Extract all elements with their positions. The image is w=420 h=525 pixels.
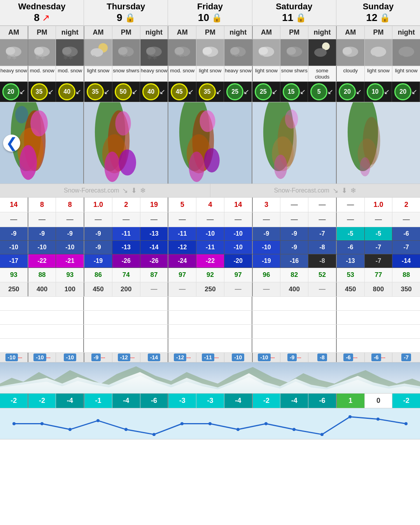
svg-point-59 xyxy=(189,152,204,182)
svg-point-81 xyxy=(180,422,184,425)
hum-8: 97 xyxy=(224,268,253,282)
temp2-1: -10 xyxy=(28,241,56,254)
download-wm-icon: ⬇ xyxy=(131,186,137,195)
svg-point-80 xyxy=(152,433,156,436)
wind-ball-5: 40 xyxy=(142,83,159,100)
snow2-12: — xyxy=(337,212,365,227)
vis-1: 400 xyxy=(28,282,56,296)
temp2-4: -13 xyxy=(112,241,140,254)
snow2-5: — xyxy=(140,212,169,227)
vis-2: 100 xyxy=(56,282,84,296)
day-saturday: Saturday 11 🔒 xyxy=(252,0,336,25)
freeze-5: -14 xyxy=(140,353,169,362)
day-thursday: Thursday 9 🔒 xyxy=(84,0,168,25)
snowflake-wm2-icon: ❄ xyxy=(350,186,356,195)
wind-ball-12: 20 xyxy=(339,83,356,100)
svg-point-60 xyxy=(200,110,215,132)
map-wed: ❮ xyxy=(0,102,84,184)
wx-icon-10: ❄ xyxy=(280,39,308,66)
temp3-3: -19 xyxy=(84,254,112,268)
snow1-10: — xyxy=(280,198,308,212)
svg-point-7 xyxy=(62,47,72,55)
wind-ball-7: 35 xyxy=(199,83,216,100)
wind-0: 20 ↙ xyxy=(0,82,28,102)
cond-5: heavy snow xyxy=(140,66,169,81)
svg-point-16 xyxy=(146,47,156,55)
wind-1: 35 ↙ xyxy=(28,82,56,102)
back-button[interactable]: ❮ xyxy=(3,135,20,152)
snow1-1: 8 xyxy=(28,198,56,212)
temp3-9: -19 xyxy=(253,254,281,268)
weather-icons-row: ❄❄ ❄❄ ❄❄ ❄ ❄❄ ❄❄ ❄❄ ❄ ❄❄ ❄ ❄ xyxy=(0,39,420,66)
hum-10: 82 xyxy=(280,268,308,282)
wind-11: 5 ↙ xyxy=(308,82,336,102)
bottom-temp-row: -2 -2 -4 -1 -4 -6 -3 -3 -4 -2 -4 -6 1 0 … xyxy=(0,394,420,408)
cond-14: light snow xyxy=(392,66,420,81)
wx-icon-6: ❄❄ xyxy=(168,39,196,66)
svg-point-4 xyxy=(34,47,44,55)
temp1-5: -13 xyxy=(140,227,169,240)
time-fri-pm: PM xyxy=(196,26,224,39)
day-wednesday: Wednesday 8 ↗ xyxy=(0,0,84,25)
temp2-14: -7 xyxy=(392,241,420,254)
cond-6: mod. snow xyxy=(168,66,196,81)
wind-ball-9: 25 xyxy=(255,83,272,100)
vis-10: 400 xyxy=(280,282,308,296)
hum-4: 74 xyxy=(112,268,140,282)
wx-icon-11 xyxy=(308,39,337,66)
snow1-8: 14 xyxy=(224,198,253,212)
wind-val-7: 35 xyxy=(204,88,211,95)
temp1-12: -5 xyxy=(337,227,365,240)
snowflake-wm-icon: ❄ xyxy=(140,186,146,195)
empty-row-4 xyxy=(0,339,420,353)
snow2-1: — xyxy=(28,212,56,227)
temp2-11: -8 xyxy=(308,241,337,254)
empty-row-3 xyxy=(0,325,420,339)
svg-text:❄❄: ❄❄ xyxy=(63,54,73,61)
wx-icon-4: ❄❄ xyxy=(112,39,140,66)
temp1-2: -9 xyxy=(56,227,84,240)
btemp-0: -2 xyxy=(0,394,28,408)
wx-icon-3: ❄ xyxy=(84,39,112,66)
temp3-14: -14 xyxy=(392,254,420,268)
svg-point-47 xyxy=(15,106,28,124)
btemp-11: -6 xyxy=(308,394,337,408)
temp3-4: -26 xyxy=(112,254,140,268)
day-num-sat: 11 xyxy=(282,12,293,24)
wx-icon-9: ❄ xyxy=(253,39,281,66)
vis-0: 250 xyxy=(0,282,28,296)
freeze-1: -10···· xyxy=(28,353,56,362)
btemp-2: -4 xyxy=(56,394,84,408)
time-thu-pm: PM xyxy=(112,26,140,39)
svg-point-52 xyxy=(105,152,120,182)
vis-4: 200 xyxy=(112,282,140,296)
day-name-fri: Friday xyxy=(169,2,251,12)
cond-8: heavy snow xyxy=(224,66,253,81)
temp-row-1: -9 -9 -9 -9 -11 -13 -11 -10 -10 -9 -9 -7… xyxy=(0,227,420,241)
svg-point-86 xyxy=(320,433,324,436)
freeze-13: -6···· xyxy=(365,353,393,362)
cond-7: light snow xyxy=(196,66,224,81)
snow1-12: — xyxy=(337,198,365,212)
svg-point-85 xyxy=(292,428,296,431)
svg-point-1 xyxy=(6,47,15,55)
hum-0: 93 xyxy=(0,268,28,282)
temp2-6: -12 xyxy=(168,241,196,254)
wind-val-12: 20 xyxy=(344,88,351,95)
temp2-9: -10 xyxy=(253,241,281,254)
svg-text:❄: ❄ xyxy=(91,54,96,61)
svg-text:❄❄: ❄❄ xyxy=(175,54,186,61)
temp2-8: -10 xyxy=(224,241,253,254)
snow1-3: 1.0 xyxy=(84,198,112,212)
wind-val-0: 20 xyxy=(7,88,14,95)
map-sun xyxy=(337,102,420,184)
freeze-2: -10 xyxy=(56,353,84,362)
map-row: ❮ xyxy=(0,102,420,184)
wind-13: 10 ↙ xyxy=(364,82,392,102)
snow1-7: 4 xyxy=(196,198,224,212)
svg-point-78 xyxy=(96,419,100,422)
svg-point-36 xyxy=(343,47,352,55)
wind-val-1: 35 xyxy=(36,88,43,95)
time-sun-am: AM xyxy=(337,26,365,39)
mountain-chart xyxy=(0,362,420,394)
